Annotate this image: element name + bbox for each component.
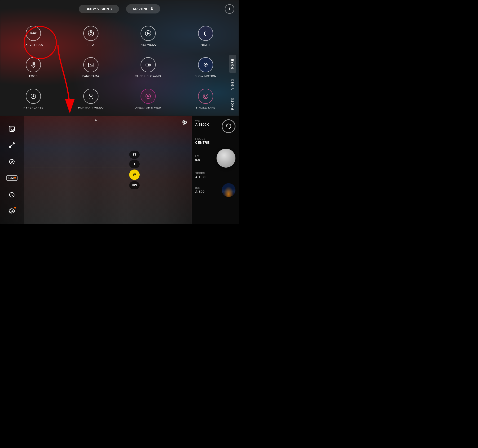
zoom-buttons: ST T W UW [129,151,140,189]
left-toolbar: 12MP [0,116,24,224]
focus-line [24,168,137,168]
svg-point-19 [148,64,150,66]
moon-icon [202,29,210,37]
mode-directors-view[interactable]: DIRECTOR'S VIEW [120,83,177,115]
mode-food[interactable]: FOOD [5,52,62,83]
food-icon-circle [26,57,41,72]
top-panel: BIXBY VISION › AR ZONE ⬇ + RAW EXPERT RA… [0,0,239,116]
thumbnail-city-image [222,183,235,197]
viewfinder[interactable]: ▲ [0,116,192,224]
pro-label: PRO [88,43,94,46]
sticker-button[interactable] [7,124,17,134]
settings-icon [8,208,15,214]
mode-hyperlapse[interactable]: HYPERLAPSE [5,83,62,115]
svg-point-54 [185,122,187,123]
svg-point-22 [206,64,208,65]
svg-point-2 [90,32,92,34]
refresh-button[interactable] [222,119,235,133]
super-slow-mo-label: SUPER SLOW-MO [135,75,161,78]
hyperlapse-icon [29,92,37,100]
portrait-video-icon [87,92,95,100]
focus-circle-button[interactable] [7,157,17,167]
speed-value: A 1/30 [195,175,235,179]
mode-night[interactable]: NIGHT [177,20,234,52]
sidebar-more[interactable]: MORE [229,55,236,73]
ar-zone-button[interactable]: AR ZONE ⬇ [126,4,160,13]
filter-icon [182,119,188,126]
svg-point-31 [204,95,207,97]
svg-point-1 [88,31,94,36]
top-bar: BIXBY VISION › AR ZONE ⬇ + [0,0,239,18]
zoom-st-button[interactable]: ST [129,151,140,159]
ev-param: EV 0.0 [195,155,200,162]
focus-circle-icon [8,158,15,165]
svg-point-53 [183,121,185,122]
svg-line-47 [12,195,13,196]
bixby-arrow-icon: › [111,7,112,11]
svg-marker-29 [147,95,150,97]
sidebar-photo[interactable]: PHOTO [229,94,236,113]
svg-rect-34 [10,127,12,129]
svg-point-24 [33,96,34,97]
expert-raw-label: EXPERT RAW [24,43,43,46]
focus-param: FOCUS CENTRE [195,137,235,144]
svg-point-39 [9,159,14,164]
mode-pro-video[interactable]: PRO VIDEO [120,20,177,52]
pro-video-icon-circle [141,26,156,41]
zoom-w-button[interactable]: W [129,170,140,180]
svg-point-38 [11,145,12,146]
mode-super-slow-mo[interactable]: SUPER SLOW-MO [120,52,177,83]
zoom-t-button[interactable]: T [129,160,140,168]
bixby-vision-label: BIXBY VISION [85,7,109,11]
single-take-icon [202,92,210,100]
sidebar-video[interactable]: VIDEO [229,75,236,93]
mode-single-take[interactable]: SINGLE TAKE [177,83,234,115]
settings-orange-dot [14,207,16,209]
timer-icon [8,191,15,198]
mode-panorama[interactable]: PANORAMA [62,52,120,83]
expand-arrow[interactable]: ▲ [94,118,98,122]
directors-icon [144,92,152,100]
bottom-panel: ▲ [0,116,239,224]
svg-rect-35 [12,129,13,130]
timer-button[interactable] [7,189,17,200]
food-label: FOOD [29,75,38,78]
speed-param: SPEED A 1/30 [195,172,235,179]
raw-icon: RAW [29,29,37,37]
ar-zone-label: AR ZONE [133,7,149,11]
wb-value: A 5100K [195,123,209,127]
settings-button[interactable] [7,206,17,216]
portrait-video-icon-circle [83,89,98,104]
mp-button[interactable]: 12MP [7,173,17,183]
path-button[interactable] [7,140,17,150]
play-circle-icon [144,29,152,37]
mode-slow-motion[interactable]: SLOW MOTION [177,52,234,83]
slow-motion-label: SLOW MOTION [195,75,217,78]
ev-dial[interactable] [217,149,235,168]
slow-toggle-icon [144,61,152,69]
right-panel: WB A 5100K FOCUS CENTRE EV 0.0 [192,116,239,224]
iso-value: A 500 [195,190,204,194]
iso-label: ISO [195,187,204,189]
grid-lines [0,116,192,224]
mode-expert-raw[interactable]: RAW EXPERT RAW [5,20,62,52]
svg-line-8 [89,34,91,36]
svg-line-10 [88,33,90,33]
mode-portrait-video[interactable]: PORTRAIT VIDEO [62,83,120,115]
filter-button[interactable] [182,119,188,127]
zoom-uw-button[interactable]: UW [129,181,140,189]
pro-video-label: PRO VIDEO [140,43,157,46]
svg-point-49 [11,210,13,212]
bixby-vision-button[interactable]: BIXBY VISION › [79,5,119,13]
download-icon: ⬇ [150,7,154,11]
path-icon [8,142,15,148]
svg-line-9 [88,33,90,34]
wb-param: WB A 5100K [195,119,209,127]
svg-point-55 [184,123,185,125]
mode-pro[interactable]: PRO [62,20,120,52]
mode-grid: RAW EXPERT RAW [0,18,239,116]
thumbnail-preview[interactable] [222,183,235,197]
slow-motion-icon [202,61,210,69]
portrait-video-label: PORTRAIT VIDEO [78,106,104,109]
panorama-icon [87,61,95,69]
